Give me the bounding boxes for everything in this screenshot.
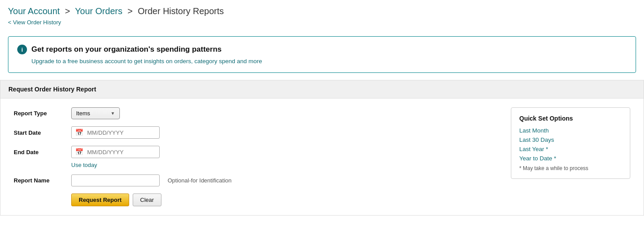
report-type-control: Items ▼ — [71, 107, 248, 119]
report-name-label: Report Name — [14, 177, 71, 184]
calendar-icon-start: 📅 — [75, 129, 84, 136]
view-order-history-link[interactable]: < View Order History — [8, 19, 61, 26]
use-today-link[interactable]: Use today — [71, 162, 498, 168]
quick-set-last-month[interactable]: Last Month — [519, 127, 622, 134]
end-date-control: 📅 — [71, 146, 248, 158]
report-name-row: Report Name Optional-for Identification — [14, 174, 498, 186]
start-date-input[interactable] — [87, 129, 145, 136]
view-order-history-link-wrap: < View Order History — [0, 19, 644, 32]
quick-set-footnote: * May take a while to process — [519, 165, 622, 171]
quick-set-panel: Quick Set Options Last Month Last 30 Day… — [511, 107, 630, 179]
request-report-button[interactable]: Request Report — [71, 193, 129, 206]
report-type-row: Report Type Items ▼ — [14, 107, 498, 119]
end-date-input[interactable] — [87, 149, 145, 155]
panel-body: Report Type Items ▼ Start Date 📅 — [0, 99, 644, 215]
breadcrumb-current: Order History Reports — [138, 6, 224, 16]
breadcrumb-sep-2: > — [127, 6, 133, 16]
quick-set-last-year[interactable]: Last Year * — [519, 146, 622, 152]
info-banner-subtitle: Upgrade to a free business account to ge… — [31, 58, 627, 64]
start-date-label: Start Date — [14, 129, 71, 136]
end-date-label: End Date — [14, 149, 71, 155]
breadcrumb: Your Account > Your Orders > Order Histo… — [0, 0, 644, 19]
info-banner-heading: Get reports on your organization's spend… — [31, 45, 222, 54]
calendar-icon-end: 📅 — [75, 148, 84, 156]
optional-label: Optional-for Identification — [168, 177, 232, 184]
breadcrumb-your-orders[interactable]: Your Orders — [75, 6, 123, 16]
report-name-input[interactable] — [71, 174, 160, 186]
info-icon: i — [17, 45, 27, 54]
quick-set-year-to-date[interactable]: Year to Date * — [519, 155, 622, 162]
chevron-down-icon: ▼ — [111, 111, 115, 116]
end-date-wrap: 📅 — [71, 146, 160, 158]
form-area: Report Type Items ▼ Start Date 📅 — [14, 107, 498, 206]
report-type-label: Report Type — [14, 110, 71, 117]
start-date-control: 📅 — [71, 126, 248, 139]
start-date-row: Start Date 📅 — [14, 126, 498, 139]
info-banner-title: i Get reports on your organization's spe… — [17, 45, 627, 54]
clear-button[interactable]: Clear — [133, 193, 161, 206]
report-type-value: Items — [76, 110, 90, 117]
report-name-control: Optional-for Identification — [71, 174, 248, 186]
main-panel: Request Order History Report Report Type… — [0, 80, 644, 216]
button-row: Request Report Clear — [71, 193, 498, 206]
breadcrumb-sep-1: > — [65, 6, 70, 16]
panel-header: Request Order History Report — [0, 80, 644, 99]
report-type-dropdown[interactable]: Items ▼ — [71, 107, 120, 119]
start-date-wrap: 📅 — [71, 126, 160, 139]
end-date-row: End Date 📅 — [14, 146, 498, 158]
info-banner: i Get reports on your organization's spe… — [8, 36, 636, 73]
quick-set-title: Quick Set Options — [519, 115, 622, 122]
breadcrumb-your-account[interactable]: Your Account — [8, 6, 60, 16]
quick-set-last-30-days[interactable]: Last 30 Days — [519, 136, 622, 143]
